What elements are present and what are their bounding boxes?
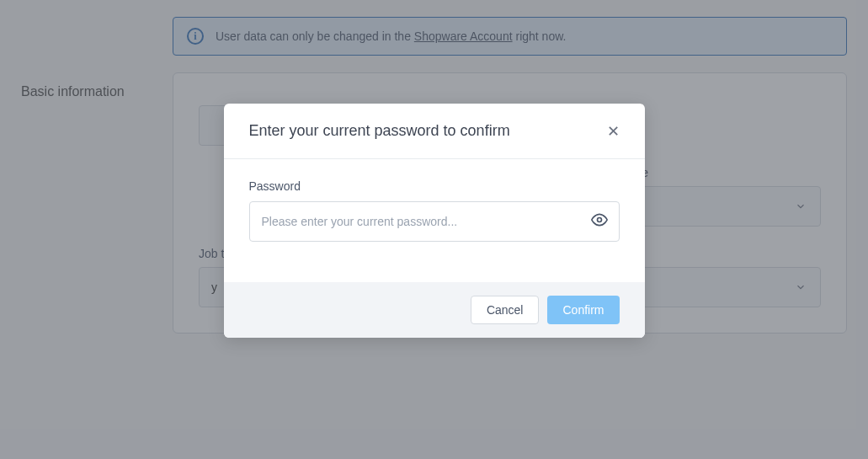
close-icon[interactable]: ✕ [607,124,620,139]
password-confirm-modal: Enter your current password to confirm ✕… [224,104,645,338]
modal-header: Enter your current password to confirm ✕ [224,104,645,159]
modal-title: Enter your current password to confirm [249,122,510,140]
modal-overlay[interactable]: Enter your current password to confirm ✕… [0,0,868,459]
modal-body: Password [224,159,645,282]
password-input[interactable] [249,201,620,242]
eye-icon[interactable] [591,211,608,232]
cancel-button[interactable]: Cancel [471,296,540,324]
modal-footer: Cancel Confirm [224,282,645,338]
svg-point-0 [597,218,601,222]
confirm-button[interactable]: Confirm [547,296,619,324]
password-field-wrap [249,201,620,242]
password-label: Password [249,179,620,193]
